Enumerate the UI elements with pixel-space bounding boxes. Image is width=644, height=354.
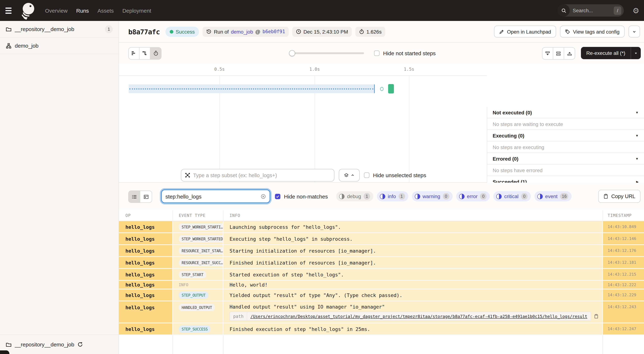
log-row-event-type[interactable]: INFO — [173, 281, 224, 289]
log-level-toggle-event[interactable]: event16 — [534, 191, 572, 201]
tick-1-5s: 1.5s — [404, 67, 414, 72]
log-row-event-type[interactable]: STEP_WORKER_STARTI… — [173, 221, 224, 233]
tag-icon — [565, 29, 570, 34]
log-row-event-type[interactable]: RESOURCE_INIT_STAR… — [173, 245, 224, 257]
timeline-header: 0.5s 1.0s 1.5s — [119, 64, 487, 76]
log-list-view-button[interactable] — [129, 191, 140, 203]
log-filter-input[interactable]: step:hello_logs — [161, 190, 270, 203]
nav-link-assets[interactable]: Assets — [98, 8, 114, 14]
event-type-pill: RESOURCE_INIT_SUCC… — [179, 259, 224, 266]
log-row-op[interactable]: hello_logs — [119, 281, 173, 289]
log-level-toggle-warning[interactable]: warning0 — [412, 191, 452, 201]
log-row-timestamp[interactable]: 14:43:12.181 — [603, 257, 644, 269]
log-row-timestamp[interactable]: 14:43:12.229 — [603, 289, 644, 301]
log-row-info[interactable]: Starting initialization of resources [io… — [224, 245, 603, 257]
log-row-op[interactable]: hello_logs — [119, 221, 173, 233]
log-row-timestamp[interactable]: 14:43:12.176 — [603, 245, 644, 257]
log-level-toggle-error[interactable]: error0 — [456, 191, 490, 201]
log-row-timestamp[interactable]: 14:43:12.215 — [603, 269, 644, 281]
log-row-event-type[interactable]: STEP_START — [173, 269, 224, 281]
gear-icon[interactable]: ⚙ — [632, 7, 639, 14]
flat-view-button[interactable] — [129, 48, 140, 59]
log-row-info[interactable]: Yielded output "result" of type "Any". (… — [224, 289, 603, 301]
run-of-chip: Run of demo_job @ b6eb0f91 — [203, 27, 289, 37]
log-row-event-type[interactable]: STEP_WORKER_STARTED — [173, 233, 224, 245]
dagster-logo-icon[interactable] — [19, 1, 36, 20]
log-row-event-type[interactable]: STEP_OUTPUT — [173, 289, 224, 301]
step-success-bar[interactable] — [388, 84, 394, 93]
log-level-toggle-info[interactable]: info1 — [377, 191, 408, 201]
clear-filter-icon[interactable] — [260, 194, 266, 199]
step-waiting-bar[interactable] — [129, 84, 375, 93]
reexecute-all-button[interactable]: Re-execute all (*) — [581, 47, 641, 59]
search-input[interactable]: Search... / — [558, 4, 624, 17]
graph-query-toggle-button[interactable] — [339, 169, 360, 182]
sidebar-item-job[interactable]: demo_job — [0, 38, 118, 54]
log-row-info[interactable]: Finished initialization of resources [io… — [224, 257, 603, 269]
path-link[interactable]: /Users/erincochran/Desktop/asset_tutoria… — [247, 314, 590, 319]
log-row-info[interactable]: Launching subprocess for "hello_logs". — [224, 221, 603, 233]
hide-non-matches-checkbox[interactable] — [275, 194, 280, 199]
code-version-link[interactable]: b6eb0f91 — [262, 29, 285, 34]
log-row-timestamp[interactable]: 14:43:12.243 — [603, 301, 644, 323]
log-row-info[interactable]: Finished execution of step "hello_logs" … — [224, 323, 603, 335]
log-row-event-type[interactable]: HANDLED_OUTPUT — [173, 301, 224, 323]
gridline — [409, 76, 410, 183]
job-link[interactable]: demo_job — [231, 29, 253, 35]
copy-path-icon[interactable] — [594, 314, 598, 319]
log-row-timestamp[interactable]: 14:43:12.247 — [603, 323, 644, 335]
log-row-timestamp[interactable]: 14:43:12.146 — [603, 233, 644, 245]
log-row-op[interactable]: hello_logs — [119, 269, 173, 281]
nav-link-deployment[interactable]: Deployment — [122, 8, 151, 14]
expand-rows-button[interactable] — [553, 48, 564, 59]
nav-link-runs[interactable]: Runs — [76, 8, 89, 14]
log-row-timestamp[interactable]: 14:43:10.849 — [603, 221, 644, 233]
log-row-event-type[interactable]: RESOURCE_INIT_SUCC… — [173, 257, 224, 269]
log-row-op[interactable]: hello_logs — [119, 301, 173, 323]
triangle-down-icon: ▼ — [635, 111, 638, 114]
collapse-up-button[interactable] — [564, 48, 575, 59]
log-row-op[interactable]: hello_logs — [119, 257, 173, 269]
step-subset-input[interactable]: Type a step subset (ex: hello_logs+) — [181, 169, 334, 182]
status-section-header[interactable]: Errored (0)▼ — [487, 153, 644, 164]
toggle-icon — [339, 194, 344, 199]
log-row-op[interactable]: hello_logs — [119, 289, 173, 301]
log-row-info[interactable]: Hello, world! — [224, 281, 603, 289]
duration-chip: 1.626s — [355, 27, 385, 37]
slider-handle[interactable] — [289, 50, 295, 56]
hide-unselected-checkbox[interactable] — [364, 172, 370, 178]
success-dot-icon — [170, 30, 173, 33]
log-row-op[interactable]: hello_logs — [119, 245, 173, 257]
reload-icon[interactable] — [78, 342, 83, 347]
job-label: demo_job — [15, 43, 38, 49]
copy-url-button[interactable]: Copy URL — [598, 190, 640, 203]
log-row-op[interactable]: hello_logs — [119, 233, 173, 245]
waterfall-view-button[interactable] — [140, 48, 150, 59]
log-row-op[interactable]: hello_logs — [119, 323, 173, 335]
sidebar-item-repository[interactable]: __repository__demo_job 1 — [0, 21, 118, 38]
level-label: info — [388, 194, 396, 199]
menu-icon[interactable] — [6, 6, 15, 15]
reexecute-dropdown-button[interactable] — [631, 51, 641, 55]
status-section-header[interactable]: Executing (0)▼ — [487, 130, 644, 141]
log-level-toggle-debug[interactable]: debug1 — [336, 191, 373, 201]
log-structured-view-button[interactable] — [140, 191, 152, 203]
collapse-down-button[interactable] — [542, 48, 553, 59]
log-level-toggle-critical[interactable]: critical0 — [493, 191, 531, 201]
nav-link-overview[interactable]: Overview — [45, 8, 68, 14]
run-actions-dropdown-button[interactable] — [628, 26, 640, 38]
log-row-timestamp[interactable]: 14:43:12.222 — [603, 281, 644, 289]
open-in-launchpad-button[interactable]: Open in Launchpad — [494, 26, 556, 38]
main-panel: b8a77afc Success Run of demo_job @ b6eb0… — [119, 21, 644, 354]
status-section-header[interactable]: Not executed (0)▼ — [487, 107, 644, 118]
log-row-info[interactable]: Started execution of step "hello_logs". — [224, 269, 603, 281]
view-tags-config-button[interactable]: View tags and config — [560, 26, 624, 38]
log-row-info[interactable]: Handled output "result" using IO manager… — [224, 301, 603, 323]
hide-not-started-checkbox[interactable] — [374, 51, 380, 56]
log-row-event-type[interactable]: STEP_SUCCESS — [173, 323, 224, 335]
status-section-title: Not executed (0) — [493, 109, 532, 115]
timed-view-button[interactable] — [150, 48, 161, 59]
level-label: warning — [422, 194, 440, 199]
slider-track[interactable] — [292, 52, 364, 54]
log-row-info[interactable]: Executing step "hello_logs" in subproces… — [224, 233, 603, 245]
